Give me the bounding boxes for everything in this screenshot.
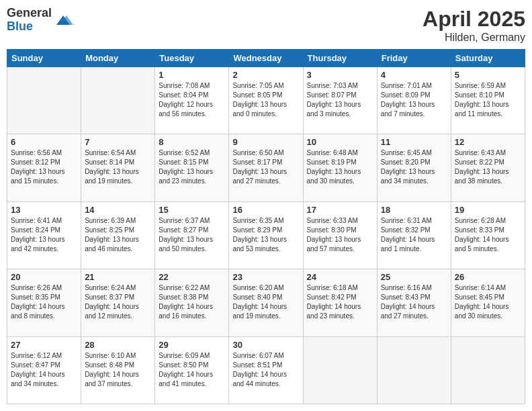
calendar-cell: 6Sunrise: 6:56 AM Sunset: 8:12 PM Daylig… <box>7 134 81 201</box>
day-number: 5 <box>455 70 521 80</box>
day-number: 3 <box>307 70 373 80</box>
calendar-cell: 8Sunrise: 6:52 AM Sunset: 8:15 PM Daylig… <box>155 134 229 201</box>
day-number: 29 <box>159 340 225 350</box>
logo-icon <box>53 10 73 30</box>
calendar-week-4: 20Sunrise: 6:26 AM Sunset: 8:35 PM Dayli… <box>7 269 525 336</box>
day-info: Sunrise: 6:10 AM Sunset: 8:48 PM Dayligh… <box>85 351 151 389</box>
title-month: April 2025 <box>423 7 525 32</box>
calendar-cell: 28Sunrise: 6:10 AM Sunset: 8:48 PM Dayli… <box>81 336 155 404</box>
header-monday: Monday <box>81 50 155 67</box>
day-info: Sunrise: 6:37 AM Sunset: 8:27 PM Dayligh… <box>159 216 225 254</box>
day-number: 9 <box>232 137 299 147</box>
calendar-cell <box>303 336 377 404</box>
calendar-header-row: Sunday Monday Tuesday Wednesday Thursday… <box>7 50 525 67</box>
calendar-cell: 18Sunrise: 6:31 AM Sunset: 8:32 PM Dayli… <box>377 201 451 269</box>
day-number: 27 <box>11 340 77 350</box>
calendar-cell: 21Sunrise: 6:24 AM Sunset: 8:37 PM Dayli… <box>81 269 155 336</box>
calendar-cell: 12Sunrise: 6:43 AM Sunset: 8:22 PM Dayli… <box>451 134 525 201</box>
calendar-cell: 23Sunrise: 6:20 AM Sunset: 8:40 PM Dayli… <box>229 269 303 336</box>
day-info: Sunrise: 6:41 AM Sunset: 8:24 PM Dayligh… <box>11 216 77 254</box>
calendar-cell: 24Sunrise: 6:18 AM Sunset: 8:42 PM Dayli… <box>303 269 377 336</box>
day-number: 28 <box>85 340 151 350</box>
day-info: Sunrise: 6:59 AM Sunset: 8:10 PM Dayligh… <box>455 81 521 119</box>
day-number: 30 <box>232 340 299 350</box>
day-info: Sunrise: 6:56 AM Sunset: 8:12 PM Dayligh… <box>11 148 77 186</box>
calendar-cell: 10Sunrise: 6:48 AM Sunset: 8:19 PM Dayli… <box>303 134 377 201</box>
calendar-cell: 4Sunrise: 7:01 AM Sunset: 8:09 PM Daylig… <box>377 67 451 134</box>
day-number: 2 <box>232 70 299 80</box>
day-info: Sunrise: 6:48 AM Sunset: 8:19 PM Dayligh… <box>307 148 373 186</box>
calendar-cell: 3Sunrise: 7:03 AM Sunset: 8:07 PM Daylig… <box>303 67 377 134</box>
header-friday: Friday <box>377 50 451 67</box>
day-number: 6 <box>11 137 77 147</box>
day-info: Sunrise: 6:52 AM Sunset: 8:15 PM Dayligh… <box>159 148 225 186</box>
title-location: Hilden, Germany <box>423 32 525 44</box>
day-info: Sunrise: 6:24 AM Sunset: 8:37 PM Dayligh… <box>85 283 151 321</box>
day-number: 23 <box>232 272 299 282</box>
calendar-cell: 25Sunrise: 6:16 AM Sunset: 8:43 PM Dayli… <box>377 269 451 336</box>
day-number: 20 <box>11 272 77 282</box>
calendar-cell <box>451 336 525 404</box>
calendar-week-3: 13Sunrise: 6:41 AM Sunset: 8:24 PM Dayli… <box>7 201 525 269</box>
calendar-cell: 29Sunrise: 6:09 AM Sunset: 8:50 PM Dayli… <box>155 336 229 404</box>
title-block: April 2025 Hilden, Germany <box>423 7 525 44</box>
day-info: Sunrise: 6:54 AM Sunset: 8:14 PM Dayligh… <box>85 148 151 186</box>
day-info: Sunrise: 6:18 AM Sunset: 8:42 PM Dayligh… <box>307 283 373 321</box>
calendar-cell: 19Sunrise: 6:28 AM Sunset: 8:33 PM Dayli… <box>451 201 525 269</box>
calendar-cell: 26Sunrise: 6:14 AM Sunset: 8:45 PM Dayli… <box>451 269 525 336</box>
calendar-cell: 17Sunrise: 6:33 AM Sunset: 8:30 PM Dayli… <box>303 201 377 269</box>
day-number: 1 <box>159 70 225 80</box>
day-number: 7 <box>85 137 151 147</box>
day-info: Sunrise: 6:35 AM Sunset: 8:29 PM Dayligh… <box>232 216 299 254</box>
calendar-cell: 22Sunrise: 6:22 AM Sunset: 8:38 PM Dayli… <box>155 269 229 336</box>
day-number: 18 <box>381 205 447 215</box>
calendar-cell <box>377 336 451 404</box>
calendar-cell: 14Sunrise: 6:39 AM Sunset: 8:25 PM Dayli… <box>81 201 155 269</box>
day-info: Sunrise: 7:05 AM Sunset: 8:05 PM Dayligh… <box>232 81 299 119</box>
calendar-cell: 15Sunrise: 6:37 AM Sunset: 8:27 PM Dayli… <box>155 201 229 269</box>
calendar-cell: 1Sunrise: 7:08 AM Sunset: 8:04 PM Daylig… <box>155 67 229 134</box>
day-info: Sunrise: 6:09 AM Sunset: 8:50 PM Dayligh… <box>159 351 225 389</box>
day-number: 10 <box>307 137 373 147</box>
day-info: Sunrise: 6:28 AM Sunset: 8:33 PM Dayligh… <box>455 216 521 254</box>
calendar-cell: 5Sunrise: 6:59 AM Sunset: 8:10 PM Daylig… <box>451 67 525 134</box>
day-number: 24 <box>307 272 373 282</box>
calendar-cell: 9Sunrise: 6:50 AM Sunset: 8:17 PM Daylig… <box>229 134 303 201</box>
logo-blue-text: Blue <box>7 20 52 34</box>
page: General Blue April 2025 Hilden, Germany … <box>0 0 532 411</box>
calendar-week-1: 1Sunrise: 7:08 AM Sunset: 8:04 PM Daylig… <box>7 67 525 134</box>
day-info: Sunrise: 6:14 AM Sunset: 8:45 PM Dayligh… <box>455 283 521 321</box>
day-info: Sunrise: 6:45 AM Sunset: 8:20 PM Dayligh… <box>381 148 447 186</box>
header-wednesday: Wednesday <box>229 50 303 67</box>
day-info: Sunrise: 6:07 AM Sunset: 8:51 PM Dayligh… <box>232 351 299 389</box>
day-number: 25 <box>381 272 447 282</box>
header-sunday: Sunday <box>7 50 81 67</box>
day-number: 16 <box>232 205 299 215</box>
calendar-week-5: 27Sunrise: 6:12 AM Sunset: 8:47 PM Dayli… <box>7 336 525 404</box>
calendar-cell: 2Sunrise: 7:05 AM Sunset: 8:05 PM Daylig… <box>229 67 303 134</box>
day-number: 8 <box>159 137 225 147</box>
calendar-cell: 30Sunrise: 6:07 AM Sunset: 8:51 PM Dayli… <box>229 336 303 404</box>
day-info: Sunrise: 7:03 AM Sunset: 8:07 PM Dayligh… <box>307 81 373 119</box>
day-number: 17 <box>307 205 373 215</box>
calendar-week-2: 6Sunrise: 6:56 AM Sunset: 8:12 PM Daylig… <box>7 134 525 201</box>
header: General Blue April 2025 Hilden, Germany <box>7 7 525 44</box>
header-saturday: Saturday <box>451 50 525 67</box>
calendar-cell: 13Sunrise: 6:41 AM Sunset: 8:24 PM Dayli… <box>7 201 81 269</box>
day-info: Sunrise: 6:20 AM Sunset: 8:40 PM Dayligh… <box>232 283 299 321</box>
day-info: Sunrise: 6:16 AM Sunset: 8:43 PM Dayligh… <box>381 283 447 321</box>
day-number: 19 <box>455 205 521 215</box>
day-info: Sunrise: 6:26 AM Sunset: 8:35 PM Dayligh… <box>11 283 77 321</box>
day-number: 12 <box>455 137 521 147</box>
day-number: 21 <box>85 272 151 282</box>
day-info: Sunrise: 6:43 AM Sunset: 8:22 PM Dayligh… <box>455 148 521 186</box>
day-number: 13 <box>11 205 77 215</box>
calendar-cell: 11Sunrise: 6:45 AM Sunset: 8:20 PM Dayli… <box>377 134 451 201</box>
day-info: Sunrise: 6:50 AM Sunset: 8:17 PM Dayligh… <box>232 148 299 186</box>
day-info: Sunrise: 6:39 AM Sunset: 8:25 PM Dayligh… <box>85 216 151 254</box>
calendar-cell: 16Sunrise: 6:35 AM Sunset: 8:29 PM Dayli… <box>229 201 303 269</box>
day-number: 14 <box>85 205 151 215</box>
header-tuesday: Tuesday <box>155 50 229 67</box>
day-info: Sunrise: 6:22 AM Sunset: 8:38 PM Dayligh… <box>159 283 225 321</box>
calendar-table: Sunday Monday Tuesday Wednesday Thursday… <box>7 49 525 404</box>
